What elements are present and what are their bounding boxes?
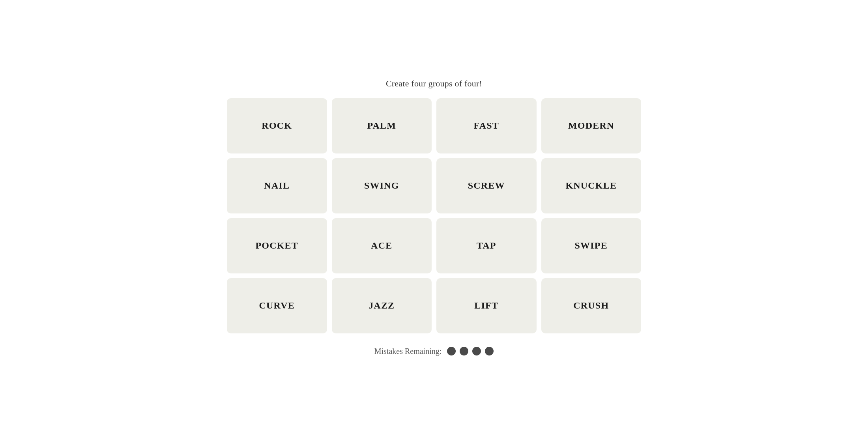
tile-palm[interactable]: PALM — [332, 98, 432, 153]
subtitle: Create four groups of four! — [386, 79, 482, 89]
tile-pocket[interactable]: POCKET — [227, 218, 327, 273]
tile-label-knuckle: KNUCKLE — [565, 180, 617, 191]
tile-nail[interactable]: NAIL — [227, 158, 327, 213]
tile-label-lift: LIFT — [474, 300, 498, 311]
tile-label-swing: SWING — [364, 180, 399, 191]
tile-jazz[interactable]: JAZZ — [332, 278, 432, 333]
tile-label-palm: PALM — [367, 120, 396, 131]
mistake-dot-1 — [447, 347, 456, 355]
tile-curve[interactable]: CURVE — [227, 278, 327, 333]
tile-label-nail: NAIL — [264, 180, 290, 191]
tile-label-modern: MODERN — [568, 120, 614, 131]
tile-fast[interactable]: FAST — [436, 98, 537, 153]
tile-label-jazz: JAZZ — [369, 300, 395, 311]
tile-modern[interactable]: MODERN — [541, 98, 642, 153]
mistake-dot-3 — [472, 347, 481, 355]
tile-label-swipe: SWIPE — [575, 240, 608, 251]
tile-label-pocket: POCKET — [255, 240, 298, 251]
tile-knuckle[interactable]: KNUCKLE — [541, 158, 642, 213]
tile-rock[interactable]: ROCK — [227, 98, 327, 153]
tile-swing[interactable]: SWING — [332, 158, 432, 213]
dots-container — [447, 347, 494, 355]
tile-label-crush: CRUSH — [573, 300, 609, 311]
mistake-dot-2 — [460, 347, 468, 355]
tile-tap[interactable]: TAP — [436, 218, 537, 273]
tile-swipe[interactable]: SWIPE — [541, 218, 642, 273]
tile-label-curve: CURVE — [259, 300, 295, 311]
tile-crush[interactable]: CRUSH — [541, 278, 642, 333]
mistakes-row: Mistakes Remaining: — [374, 347, 494, 356]
tile-screw[interactable]: SCREW — [436, 158, 537, 213]
tile-label-rock: ROCK — [262, 120, 292, 131]
tile-label-tap: TAP — [477, 240, 496, 251]
tile-label-fast: FAST — [474, 120, 499, 131]
tile-ace[interactable]: ACE — [332, 218, 432, 273]
tile-label-screw: SCREW — [468, 180, 505, 191]
tiles-grid: ROCKPALMFASTMODERNNAILSWINGSCREWKNUCKLEP… — [227, 98, 641, 333]
tile-label-ace: ACE — [371, 240, 392, 251]
mistake-dot-4 — [485, 347, 494, 355]
mistakes-label: Mistakes Remaining: — [374, 347, 442, 356]
game-container: Create four groups of four! ROCKPALMFAST… — [227, 79, 641, 356]
tile-lift[interactable]: LIFT — [436, 278, 537, 333]
